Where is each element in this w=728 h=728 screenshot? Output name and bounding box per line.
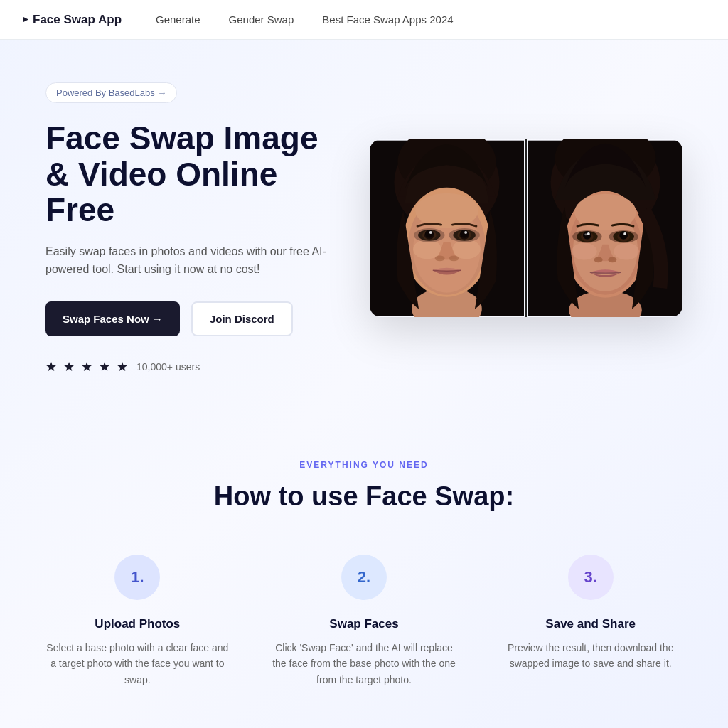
powered-badge[interactable]: Powered By BasedLabs → (46, 82, 177, 103)
hero-description: Easily swap faces in photos and videos w… (46, 242, 341, 279)
svg-point-16 (429, 231, 432, 234)
svg-point-21 (464, 231, 467, 234)
step-3-description: Preview the result, then download the sw… (498, 640, 682, 672)
svg-point-20 (460, 230, 469, 238)
nav-logo[interactable]: Face Swap App (23, 13, 122, 27)
powered-badge-label: Powered By BasedLabs → (56, 87, 166, 98)
how-to-section: EVERYTHING YOU NEED How to use Face Swap… (0, 417, 728, 728)
face-image-left (370, 139, 524, 317)
step-number-2: 2. (341, 555, 387, 600)
hero-image (370, 139, 682, 317)
svg-point-15 (425, 230, 434, 238)
step-2-description: Click 'Swap Face' and the AI will replac… (272, 640, 456, 687)
step-1: 1. Upload Photos Select a base photo wit… (46, 555, 230, 687)
join-discord-button[interactable]: Join Discord (191, 301, 293, 336)
svg-point-39 (587, 232, 590, 235)
steps-grid: 1. Upload Photos Select a base photo wit… (46, 555, 682, 687)
svg-point-40 (584, 234, 587, 236)
section-label: EVERYTHING YOU NEED (46, 460, 682, 470)
step-2-title: Swap Faces (329, 617, 398, 631)
hero-section: Powered By BasedLabs → Face Swap Image &… (0, 40, 728, 417)
svg-point-7 (415, 193, 478, 228)
svg-point-45 (594, 257, 603, 263)
nav-generate[interactable]: Generate (156, 14, 200, 26)
svg-point-32 (572, 243, 597, 260)
star-rating: ★ ★ ★ ★ ★ (46, 359, 129, 375)
nav-best-apps[interactable]: Best Face Swap Apps 2024 (322, 14, 453, 26)
svg-point-38 (583, 231, 592, 240)
nav-gender-swap[interactable]: Gender Swap (229, 14, 294, 26)
section-title: How to use Face Swap: (46, 481, 682, 512)
svg-point-46 (608, 257, 616, 263)
hero-buttons: Swap Faces Now → Join Discord (46, 301, 341, 336)
step-3-title: Save and Share (545, 617, 636, 631)
swap-faces-button[interactable]: Swap Faces Now → (46, 301, 180, 336)
logo-label: Face Swap App (33, 13, 122, 27)
hero-left: Powered By BasedLabs → Face Swap Image &… (46, 82, 341, 375)
face-image-right (528, 139, 682, 317)
hero-social-proof: ★ ★ ★ ★ ★ 10,000+ users (46, 359, 341, 375)
logo-icon (23, 17, 28, 23)
hero-right (370, 139, 682, 317)
step-1-description: Select a base photo with a clear face an… (46, 640, 230, 687)
svg-point-23 (449, 256, 459, 262)
svg-point-44 (623, 232, 626, 235)
nav-links: Generate Gender Swap Best Face Swap Apps… (156, 14, 454, 26)
svg-point-43 (619, 231, 628, 240)
image-divider (525, 139, 527, 317)
hero-title: Face Swap Image & Video Online Free (46, 120, 341, 228)
users-count: 10,000+ users (136, 361, 200, 373)
step-3: 3. Save and Share Preview the result, th… (498, 555, 682, 687)
step-1-title: Upload Photos (95, 617, 180, 631)
navbar: Face Swap App Generate Gender Swap Best … (0, 0, 728, 40)
svg-point-33 (614, 243, 639, 260)
step-number-3: 3. (568, 555, 614, 600)
svg-point-22 (435, 256, 445, 262)
step-number-1: 1. (114, 555, 160, 600)
step-2: 2. Swap Faces Click 'Swap Face' and the … (272, 555, 456, 687)
